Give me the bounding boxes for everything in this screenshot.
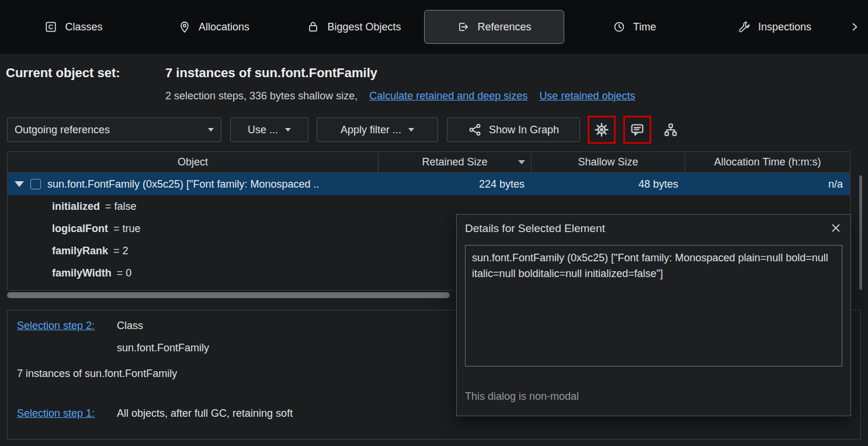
selection-step-2-link[interactable]: Selection step 2: xyxy=(17,320,95,331)
tab-inspections[interactable]: Inspections xyxy=(704,10,845,44)
table-row-selected[interactable]: sun.font.FontFamily (0x5c25) ["Font fami… xyxy=(8,173,850,195)
field-name: familyWidth xyxy=(52,267,112,279)
object-label: sun.font.FontFamily (0x5c25) ["Font fami… xyxy=(47,178,320,191)
tab-time[interactable]: Time xyxy=(564,10,704,44)
field-value: = 2 xyxy=(113,245,129,257)
time-icon xyxy=(613,20,626,33)
chevron-down-icon xyxy=(408,128,414,132)
dialog-title: Details for Selected Element xyxy=(465,222,605,235)
current-object-set-details: 7 instances of sun.font.FontFamily 2 sel… xyxy=(165,65,635,102)
chevron-down-icon xyxy=(285,128,291,132)
sort-descending-icon xyxy=(518,160,525,164)
current-object-set-label: Current object set: xyxy=(6,65,165,102)
column-header-object[interactable]: Object xyxy=(8,152,379,172)
tab-label: References xyxy=(477,21,531,33)
graph-icon xyxy=(468,123,482,137)
selection-step-1-description: All objects, after full GC, retaining so… xyxy=(117,407,293,420)
retained-size-value: 224 bytes xyxy=(379,178,532,191)
vertical-scrollbar-thumb[interactable] xyxy=(859,175,862,290)
dialog-modality-note: This dialog is non-modal xyxy=(465,390,579,403)
gear-icon xyxy=(594,122,609,137)
reference-mode-select[interactable]: Outgoing references xyxy=(7,117,221,142)
apply-filter-label: Apply filter ... xyxy=(341,124,401,136)
references-toolbar: Outgoing references Use ... Apply filter… xyxy=(7,116,861,143)
show-in-graph-label: Show In Graph xyxy=(489,124,559,136)
show-in-graph-button[interactable]: Show In Graph xyxy=(447,117,580,142)
field-value: = false xyxy=(105,200,137,213)
references-icon xyxy=(457,20,470,33)
heap-walker-window: C Classes Allocations Biggest Objects xyxy=(0,0,868,446)
horizontal-scrollbar-thumb[interactable] xyxy=(7,292,450,298)
current-object-set-summary: Current object set: 7 instances of sun.f… xyxy=(0,54,868,102)
tab-biggest-objects[interactable]: Biggest Objects xyxy=(284,10,424,44)
dialog-close-button[interactable] xyxy=(828,220,843,236)
row-checkbox[interactable] xyxy=(30,179,41,189)
selection-step-1-link[interactable]: Selection step 1: xyxy=(17,407,95,419)
use-retained-objects-link[interactable]: Use retained objects xyxy=(539,90,635,102)
tab-label: Allocations xyxy=(199,21,249,33)
selection-step-2-type: Class xyxy=(117,320,143,332)
hierarchy-icon xyxy=(663,122,678,137)
use-dropdown-button[interactable]: Use ... xyxy=(230,117,308,142)
shallow-size-value: 48 bytes xyxy=(532,178,685,191)
field-name: familyRank xyxy=(52,245,108,257)
tree-view-button[interactable] xyxy=(659,118,682,141)
column-header-retained-size[interactable]: Retained Size xyxy=(379,152,532,172)
object-set-subtitle: 2 selection steps, 336 bytes shallow siz… xyxy=(165,90,357,102)
close-icon xyxy=(831,223,841,233)
field-value: = true xyxy=(113,223,141,235)
selection-step-2-result: 7 instances of sun.font.FontFamily xyxy=(17,368,177,380)
speech-bubble-icon xyxy=(630,122,645,137)
field-name: logicalFont xyxy=(52,223,108,235)
selection-step-2-class: sun.font.FontFamily xyxy=(117,342,209,354)
tab-classes[interactable]: C Classes xyxy=(4,10,144,44)
view-tabbar: C Classes Allocations Biggest Objects xyxy=(0,0,868,54)
dialog-detail-text[interactable]: sun.font.FontFamily (0x5c25) ["Font fami… xyxy=(465,245,842,367)
expand-collapse-triangle-icon[interactable] xyxy=(15,181,24,187)
column-header-allocation-time[interactable]: Allocation Time (h:m:s) xyxy=(685,152,850,172)
settings-annotation-highlight xyxy=(588,116,616,144)
use-button-label: Use ... xyxy=(248,124,278,136)
details-annotation-highlight xyxy=(623,116,651,144)
tab-allocations[interactable]: Allocations xyxy=(144,10,284,44)
column-header-shallow-size[interactable]: Shallow Size xyxy=(532,152,685,172)
tab-label: Biggest Objects xyxy=(327,21,401,33)
allocation-time-value: n/a xyxy=(685,178,850,191)
details-dialog: Details for Selected Element sun.font.Fo… xyxy=(456,214,851,416)
tab-label: Inspections xyxy=(758,21,811,33)
biggest-objects-icon xyxy=(307,20,320,33)
reference-mode-value: Outgoing references xyxy=(15,124,110,136)
classes-icon: C xyxy=(44,20,57,33)
chevron-right-icon xyxy=(849,21,860,33)
chevron-down-icon xyxy=(208,128,214,132)
field-name: initialized xyxy=(52,200,100,213)
show-details-button[interactable] xyxy=(626,118,649,141)
tabs-overflow-chevron[interactable] xyxy=(845,21,864,33)
settings-button[interactable] xyxy=(590,118,613,141)
calculate-retained-link[interactable]: Calculate retained and deep sizes xyxy=(369,90,527,102)
apply-filter-dropdown-button[interactable]: Apply filter ... xyxy=(317,117,438,142)
object-set-title: 7 instances of sun.font.FontFamily xyxy=(165,65,635,83)
inspections-icon xyxy=(738,20,751,33)
svg-text:C: C xyxy=(48,23,54,30)
tab-references[interactable]: References xyxy=(424,10,564,44)
tab-label: Classes xyxy=(65,21,102,33)
table-header-row: Object Retained Size Shallow Size Alloca… xyxy=(8,151,850,173)
field-value: = 0 xyxy=(117,267,132,279)
tab-label: Time xyxy=(633,21,656,33)
allocations-icon xyxy=(178,20,191,33)
